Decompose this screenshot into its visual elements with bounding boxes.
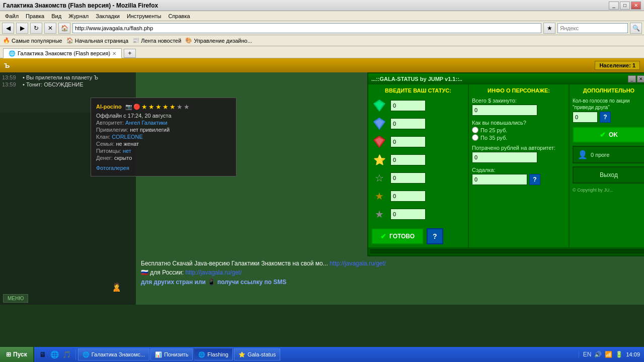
menubar: Файл Правка Вид Журнал Закладки Инструме… <box>0 11 644 21</box>
star-4-icon: ★ <box>163 103 169 111</box>
dialog-scrollbar[interactable] <box>368 247 644 255</box>
star-7-icon: ★ <box>184 103 190 111</box>
gem-dark-gold-star-icon: ★ <box>371 188 387 204</box>
radio-row-1: По 25 руб. <box>472 127 566 133</box>
radio-35[interactable] <box>472 134 478 141</box>
menu-bookmarks[interactable]: Закладки <box>93 12 123 20</box>
status-input-1[interactable] <box>390 100 426 111</box>
bookmark-home[interactable]: 🏠 Начальная страница <box>66 37 128 44</box>
exit-button[interactable]: Выход <box>573 166 644 184</box>
start-button[interactable]: ⊞ Пуск <box>0 347 34 362</box>
profile-icons: 📷 🔴 ★ ★ ★ ★ ★ ★ ★ <box>125 103 190 111</box>
extra-votes-label: Кол-во голосов по акции "приведи друга" <box>573 98 644 111</box>
ready-button[interactable]: ✔ ГОТОВО <box>371 228 424 244</box>
volume-icon: 🔊 <box>594 351 602 358</box>
game-header: Ъ Население: 1 <box>0 58 644 72</box>
menu-button[interactable]: МЕНЮ <box>3 294 28 303</box>
ie-btn[interactable]: 🌐 <box>49 349 60 360</box>
taskbar-item-gala[interactable]: ⭐ Gala-status <box>234 348 280 360</box>
home-button[interactable]: 🏠 <box>58 23 70 34</box>
taskbar-item-ponizit[interactable]: 📊 Понизить <box>150 348 193 360</box>
bookmarks-bar: 🔥 Самые популярные 🏠 Начальная страница … <box>0 35 644 46</box>
copyright-text: © Copyright by JU... <box>573 188 644 193</box>
taskbar-item-galaxy[interactable]: 🌐 Галактика Знакомс... <box>78 348 149 360</box>
status-row-7: ★ <box>371 206 465 222</box>
tab-close-icon[interactable]: ✕ <box>112 51 116 56</box>
restore-button[interactable]: □ <box>620 2 630 10</box>
taskbar-clock: 14:09 <box>626 351 640 357</box>
gem-silver-star-icon: ★ <box>371 206 387 222</box>
chat-entry-2: 13:59 • Тонит: ОБСУЖДЕНИЕ <box>2 81 134 87</box>
dialog-close-btn[interactable]: ✕ <box>637 75 644 82</box>
menu-history[interactable]: Журнал <box>65 12 92 20</box>
profile-family: Семья: не женат <box>96 141 231 147</box>
bookmark-design[interactable]: 🎨 Управление дизайно... <box>185 37 252 44</box>
stop-button[interactable]: ✕ <box>44 23 56 34</box>
go-button[interactable]: ★ <box>543 23 555 34</box>
taskbar-item-flashing[interactable]: 🌐 Flashing <box>194 348 233 360</box>
saddle-help-btn[interactable]: ? <box>529 174 540 185</box>
home-icon: 🏠 <box>66 37 73 44</box>
dialog-titlebar[interactable]: ...::GALA-STATUS by JUMP v1.1::.. _ ✕ <box>368 73 644 84</box>
promo-text-2: 🇷🇺 для России: http://javagala.ru/get/ <box>141 269 639 276</box>
forward-button[interactable]: ▶ <box>16 23 28 34</box>
address-bar[interactable] <box>72 23 541 33</box>
profile-username[interactable]: Al-pocino <box>96 104 122 110</box>
show-desktop-btn[interactable]: 🖥 <box>37 349 48 360</box>
news-icon: 📰 <box>132 37 139 44</box>
info-total-input[interactable] <box>472 105 537 116</box>
tab-main[interactable]: 🌐 Галактика Знакомств (Flash версия) ✕ <box>3 48 122 58</box>
gem-gray-star-icon: ☆ <box>371 170 387 186</box>
info-saddle-label: Сэдалка: <box>472 167 566 173</box>
reload-button[interactable]: ↻ <box>30 23 42 34</box>
gala-dialog: ...::GALA-STATUS by JUMP v1.1::.. _ ✕ ВВ… <box>367 72 644 256</box>
chat-msg-1: • Вы прилетели на планету Ъ <box>23 74 98 80</box>
profile-pets: Питомцы: нет <box>96 148 231 154</box>
menu-file[interactable]: Файл <box>2 12 22 20</box>
gem-gold-star-icon: ⭐ <box>371 152 387 168</box>
info-spent-row <box>472 152 566 163</box>
close-button[interactable]: ✕ <box>631 2 641 10</box>
info-spent-input[interactable] <box>472 152 537 163</box>
info-spent-section: Потрачено рублей на авторитет: <box>472 145 566 163</box>
bookmark-news[interactable]: 📰 Лента новостей <box>132 37 181 44</box>
back-button[interactable]: ◀ <box>2 23 14 34</box>
radio-25[interactable] <box>472 127 478 133</box>
dialog-minimize-btn[interactable]: _ <box>628 75 636 82</box>
media-btn[interactable]: 🎵 <box>61 349 72 360</box>
dialog-title: ...::GALA-STATUS by JUMP v1.1::.. <box>371 76 462 82</box>
status-input-7[interactable] <box>390 209 426 220</box>
browser-title: Галактика Знакомств (Flash версия) - Moz… <box>3 2 158 9</box>
votes-help-btn[interactable]: ? <box>600 112 611 123</box>
menu-view[interactable]: Вид <box>48 12 64 20</box>
status-input-6[interactable] <box>390 191 426 202</box>
status-input-2[interactable] <box>390 118 426 129</box>
status-row-1 <box>371 98 465 114</box>
search-button[interactable]: 🔍 <box>630 23 642 34</box>
game-menu-bottom: МЕНЮ <box>0 292 136 305</box>
status-input-4[interactable] <box>390 154 426 165</box>
scrollbar-track[interactable] <box>370 249 644 253</box>
tab-favicon: 🌐 <box>9 50 16 57</box>
help-button[interactable]: ? <box>427 228 443 244</box>
new-tab-button[interactable]: + <box>124 49 136 58</box>
minimize-button[interactable]: _ <box>609 2 619 10</box>
search-box[interactable] <box>557 23 628 33</box>
col-status: ВВЕДИТЕ ВАШ СТАТУС: <box>368 84 469 247</box>
population-badge: Население: 1 <box>595 61 640 70</box>
col-status-title: ВВЕДИТЕ ВАШ СТАТУС: <box>371 87 465 94</box>
ok-button[interactable]: ✔ OK <box>573 127 644 143</box>
star-6-icon: ★ <box>177 103 183 111</box>
chat-entry-1: 13:59 • Вы прилетели на планету Ъ <box>2 74 134 80</box>
proge-button[interactable]: 👤 0 проге <box>573 146 644 163</box>
bookmark-popular[interactable]: 🔥 Самые популярные <box>3 37 62 44</box>
status-input-3[interactable] <box>390 136 426 147</box>
extra-votes-input[interactable] <box>573 112 598 123</box>
menu-edit[interactable]: Правка <box>23 12 47 20</box>
menu-tools[interactable]: Инструменты <box>124 12 165 20</box>
menu-help[interactable]: Справка <box>165 12 193 20</box>
status-row-5: ☆ <box>371 170 465 186</box>
status-input-5[interactable] <box>390 172 426 184</box>
profile-gallery-link[interactable]: Фотогалерея <box>96 165 231 171</box>
info-saddle-input[interactable] <box>472 174 527 185</box>
